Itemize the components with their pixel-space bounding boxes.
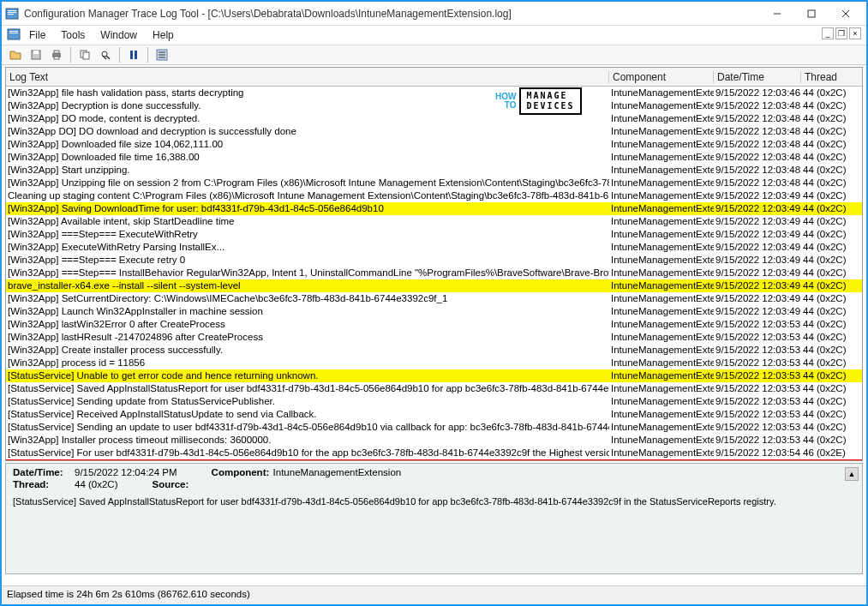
cell-component: IntuneManagementExtensi [609,177,714,189]
cell-thread: 44 (0x2C) [801,241,862,254]
table-row[interactable]: [Win32App] file hash validation pass, st… [6,87,862,99]
table-row[interactable]: [StatusService] Received AppInstallStatu… [6,408,862,421]
grid-body[interactable]: [Win32App] file hash validation pass, st… [6,87,862,460]
detail-component-label: Component: [212,467,266,477]
cell-thread: 46 (0x2E) [801,459,862,460]
find-icon[interactable] [97,46,114,63]
table-row[interactable]: [Win32App] Unzipping file on session 2 f… [6,177,862,189]
svg-rect-17 [83,52,89,59]
table-row[interactable]: [StatusService] For user bdf4331f-d79b-4… [6,447,862,459]
cell-component: IntuneManagementExtensi [609,202,714,215]
menu-window[interactable]: Window [93,27,144,43]
detail-datetime-label: Date/Time: [13,467,68,477]
cell-thread: 44 (0x2C) [801,202,862,215]
table-row[interactable]: [Win32App DO] DO download and decryption… [6,125,862,138]
cell-thread: 44 (0x2C) [801,344,862,357]
table-row[interactable]: [StatusService] Sending update from Stat… [6,395,862,408]
cell-date: 9/15/2022 12:03:53 PM [714,434,801,447]
cell-component: IntuneManagementExtensi [609,138,714,151]
table-row[interactable]: [Win32App] lastWin32Error 0 after Create… [6,318,862,331]
status-bar: Elapsed time is 24h 6m 2s 610ms (86762.6… [2,585,866,604]
cell-date: 9/15/2022 12:03:53 PM [714,382,801,395]
cell-log: [StatusService] Saved AppInstallStatusRe… [6,382,609,395]
cell-thread: 44 (0x2C) [801,292,862,305]
table-row[interactable]: [Win32App] SetCurrentDirectory: C:\Windo… [6,292,862,305]
cell-log: [StatusService] Unable to get error code… [6,369,609,382]
menu-file[interactable]: File [22,27,52,43]
cell-log: [Win32App] Unzipping file on session 2 f… [6,177,609,189]
close-button[interactable] [829,3,863,24]
table-row[interactable]: GetRegistryValue encountered an exceptio… [6,459,862,460]
minimize-button[interactable] [760,3,794,24]
mdi-close-button[interactable]: × [849,27,861,39]
table-row[interactable]: [Win32App] lastHResult -2147024896 after… [6,331,862,344]
cell-date: 9/15/2022 12:03:49 PM [714,279,801,292]
cell-date: 9/15/2022 12:03:53 PM [714,357,801,369]
cell-date: 9/15/2022 12:03:48 PM [714,177,801,189]
cell-log: [StatusService] Received AppInstallStatu… [6,408,609,421]
cell-thread: 44 (0x2C) [801,279,862,292]
cell-thread: 44 (0x2C) [801,112,862,125]
log-grid[interactable]: Log Text Component Date/Time Thread [Win… [5,67,863,461]
cell-component: IntuneManagementExtensi [609,164,714,177]
column-component[interactable]: Component [609,71,714,83]
table-row[interactable]: [Win32App] Downloaded file time 16,388.0… [6,151,862,164]
open-icon[interactable] [7,46,24,63]
cell-thread: 44 (0x2C) [801,151,862,164]
table-row[interactable]: Cleaning up staging content C:\Program F… [6,189,862,202]
cell-component: IntuneManagementExtensi [609,254,714,267]
menu-help[interactable]: Help [146,27,181,43]
cell-component: IntuneManagementExtensi [609,395,714,408]
table-row[interactable]: [Win32App] Start unzipping.IntuneManagem… [6,164,862,177]
cell-log: [Win32App] process id = 11856 [6,357,609,369]
table-row[interactable]: [StatusService] Sending an update to use… [6,421,862,434]
table-row[interactable]: brave_installer-x64.exe --install --sile… [6,279,862,292]
table-row[interactable]: [Win32App] process id = 11856IntuneManag… [6,357,862,369]
table-row[interactable]: [StatusService] Saved AppInstallStatusRe… [6,382,862,395]
cell-log: [Win32App] Available intent, skip StartD… [6,215,609,228]
list-icon[interactable] [153,46,171,63]
svg-line-19 [106,56,110,59]
table-row[interactable]: [Win32App] Downloaded file size 104,062,… [6,138,862,151]
svg-rect-22 [135,51,137,59]
column-thread[interactable]: Thread [801,71,862,83]
print-icon[interactable] [48,46,65,63]
table-row[interactable]: [StatusService] Unable to get error code… [6,369,862,382]
table-row[interactable]: [Win32App] Create installer process succ… [6,344,862,357]
table-row[interactable]: [Win32App] Available intent, skip StartD… [6,215,862,228]
table-row[interactable]: [Win32App] ExecuteWithRetry Parsing Inst… [6,241,862,254]
table-row[interactable]: [Win32App] ===Step=== Execute retry 0Int… [6,254,862,267]
mdi-minimize-button[interactable]: _ [822,27,834,39]
detail-source-label: Source: [153,479,207,489]
cell-log: [StatusService] Sending an update to use… [6,421,609,434]
menu-tools[interactable]: Tools [54,27,92,43]
cell-log: Cleaning up staging content C:\Program F… [6,189,609,202]
pause-icon[interactable] [125,46,142,63]
table-row[interactable]: [Win32App] Decryption is done successful… [6,99,862,112]
table-row[interactable]: [Win32App] ===Step=== ExecuteWithRetryIn… [6,228,862,241]
toolbar-separator [119,47,120,63]
mdi-restore-button[interactable]: ❐ [835,27,847,39]
maximize-button[interactable] [794,3,829,24]
table-row[interactable]: [Win32App] Saving DownloadTime for user:… [6,202,862,215]
cell-date: 9/15/2022 12:03:49 PM [714,241,801,254]
detail-thread-value: 44 (0x2C) [75,479,118,489]
cell-date: 9/15/2022 12:03:49 PM [714,189,801,202]
scroll-up-icon[interactable]: ▲ [845,467,859,481]
table-row[interactable]: [Win32App] DO mode, content is decrypted… [6,112,862,125]
column-log-text[interactable]: Log Text [6,71,609,83]
detail-component-value: IntuneManagementExtension [273,467,402,477]
cell-date: 9/15/2022 12:03:48 PM [714,112,801,125]
table-row[interactable]: [Win32App] Launch Win32AppInstaller in m… [6,305,862,318]
cell-log: [Win32App] ===Step=== ExecuteWithRetry [6,228,609,241]
column-date-time[interactable]: Date/Time [714,71,801,83]
copy-icon[interactable] [76,46,93,63]
cell-component: IntuneManagementExtensi [609,228,714,241]
cell-date: 9/15/2022 12:03:49 PM [714,267,801,279]
app-icon [5,7,19,21]
save-icon[interactable] [27,46,45,63]
table-row[interactable]: [Win32App] ===Step=== InstallBehavior Re… [6,267,862,279]
cell-thread: 44 (0x2C) [801,177,862,189]
cell-date: 9/15/2022 12:03:49 PM [714,305,801,318]
table-row[interactable]: [Win32App] Installer process timeout mil… [6,434,862,447]
